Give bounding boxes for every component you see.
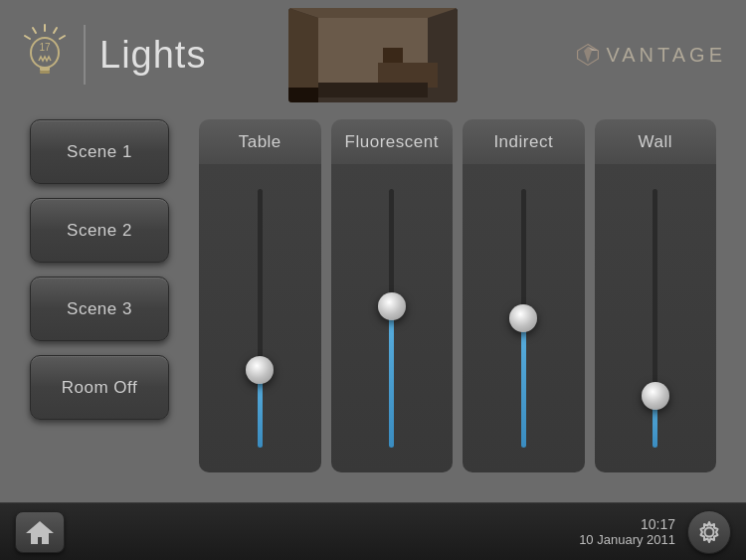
svg-rect-6: [40, 67, 50, 71]
gear-icon: [696, 519, 722, 545]
svg-rect-14: [383, 48, 403, 63]
fluorescent-slider-wrapper: [377, 189, 407, 448]
svg-rect-7: [40, 71, 50, 74]
header: 17 Lights: [0, 0, 746, 109]
svg-text:17: 17: [39, 42, 51, 53]
svg-line-1: [54, 28, 57, 33]
table-slider-group: Table: [199, 119, 321, 502]
indirect-slider-thumb[interactable]: [509, 304, 537, 332]
svg-rect-16: [288, 88, 318, 102]
date-display: 10 January 2011: [579, 532, 675, 547]
indirect-slider-wrapper: [508, 189, 538, 448]
svg-line-2: [60, 36, 65, 39]
fluorescent-slider-fill: [389, 305, 394, 448]
wall-label: Wall: [595, 119, 717, 164]
wall-slider-track-container: [595, 164, 717, 472]
sliders-area: Table Fluorescent Indirect: [189, 109, 716, 502]
wall-slider-group: Wall: [595, 119, 717, 502]
main-content: Scene 1 Scene 2 Scene 3 Room Off Table F…: [0, 109, 746, 502]
vantage-diamond-icon: [576, 43, 600, 67]
bulb-icon: 17: [20, 23, 70, 88]
time-display: 10:17: [641, 516, 675, 532]
indirect-slider-track-container: [463, 164, 585, 472]
time-date-block: 10:17 10 January 2011: [579, 516, 675, 547]
camera-preview: [288, 8, 458, 102]
fluorescent-label: Fluorescent: [331, 119, 454, 164]
table-label: Table: [199, 119, 321, 164]
svg-line-4: [25, 36, 30, 39]
header-divider: [84, 25, 86, 85]
scene2-button[interactable]: Scene 2: [30, 198, 169, 263]
table-slider-track-container: [199, 164, 321, 472]
table-slider-thumb[interactable]: [246, 356, 274, 384]
bottom-bar: 10:17 10 January 2011: [0, 502, 746, 560]
fluorescent-slider-group: Fluorescent: [331, 119, 454, 502]
scene1-button[interactable]: Scene 1: [30, 119, 169, 184]
fluorescent-slider-track-container: [331, 164, 454, 472]
table-slider-wrapper: [245, 189, 275, 448]
scene3-button[interactable]: Scene 3: [30, 277, 169, 341]
page-title: Lights: [99, 34, 206, 77]
scene-buttons-panel: Scene 1 Scene 2 Scene 3 Room Off: [30, 109, 189, 502]
indirect-slider-group: Indirect: [463, 119, 585, 502]
svg-marker-20: [26, 521, 54, 544]
home-button[interactable]: [15, 511, 65, 553]
vantage-logo: VANTAGE: [576, 43, 726, 67]
wall-slider-thumb[interactable]: [642, 382, 669, 410]
svg-line-3: [33, 28, 36, 33]
indirect-label: Indirect: [463, 119, 585, 164]
room-off-button[interactable]: Room Off: [30, 355, 169, 420]
header-left: 17 Lights: [20, 23, 206, 88]
fluorescent-slider-thumb[interactable]: [378, 292, 406, 320]
home-icon: [26, 519, 54, 545]
settings-button[interactable]: [687, 510, 731, 554]
wall-slider-wrapper: [641, 189, 670, 448]
svg-point-21: [705, 527, 714, 536]
vantage-label: VANTAGE: [606, 44, 726, 67]
indirect-slider-fill: [521, 318, 526, 448]
svg-rect-15: [318, 83, 428, 97]
camera-preview-image: [288, 8, 458, 102]
